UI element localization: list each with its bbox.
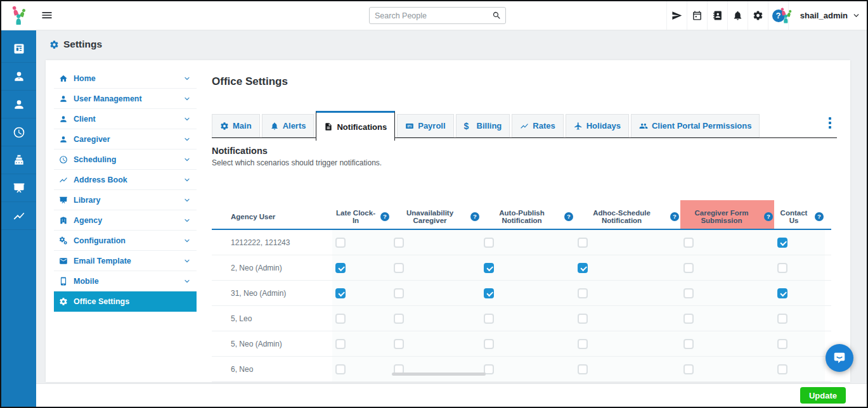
sidebar-board-button[interactable] — [1, 174, 36, 202]
tab-client-portal-permissions[interactable]: Client Portal Permissions — [631, 114, 760, 137]
settings-nav-address-book[interactable]: Address Book — [54, 170, 197, 190]
settings-nav-client[interactable]: Client — [54, 109, 197, 129]
notification-checkbox[interactable] — [578, 339, 588, 349]
notification-checkbox[interactable] — [578, 238, 588, 248]
notification-checkbox[interactable] — [578, 263, 588, 273]
agency-user-cell: 2, Neo (Admin) — [212, 255, 332, 280]
notification-checkbox[interactable] — [578, 288, 588, 298]
checkbox-cell — [332, 306, 391, 331]
notification-checkbox[interactable] — [335, 263, 346, 273]
settings-nav-office-settings[interactable]: Office Settings — [54, 291, 197, 312]
gears-icon — [59, 236, 68, 245]
search-icon[interactable] — [488, 8, 505, 23]
settings-nav: HomeUser ManagementClientCaregiverSchedu… — [54, 68, 197, 312]
sidebar-news-button[interactable] — [1, 35, 36, 63]
checkbox-cell — [574, 230, 680, 255]
kebab-dot — [829, 117, 831, 120]
topbar-bell-button[interactable] — [727, 1, 748, 30]
bell-icon — [732, 10, 743, 21]
tab-holidays[interactable]: Holidays — [566, 114, 629, 137]
hamburger-menu-button[interactable] — [41, 9, 53, 22]
help-icon[interactable]: ? — [470, 212, 479, 221]
tab-notifications[interactable]: Notifications — [316, 111, 395, 141]
tab-main[interactable]: Main — [212, 114, 260, 137]
settings-nav-agency[interactable]: Agency — [54, 210, 197, 231]
notification-checkbox[interactable] — [683, 288, 694, 298]
app-logo[interactable] — [1, 1, 36, 30]
notification-checkbox[interactable] — [335, 339, 346, 349]
settings-nav-home[interactable]: Home — [54, 68, 197, 89]
tab-alerts[interactable]: Alerts — [262, 114, 314, 137]
chat-launcher-button[interactable] — [826, 344, 853, 372]
help-icon[interactable]: ? — [764, 212, 773, 221]
avatar — [777, 6, 796, 25]
notification-checkbox[interactable] — [683, 314, 694, 324]
notification-checkbox[interactable] — [777, 314, 787, 324]
notification-checkbox[interactable] — [777, 263, 787, 273]
notification-checkbox[interactable] — [484, 314, 494, 324]
column-header-agency-user: Agency User — [212, 205, 332, 229]
home-icon — [59, 74, 68, 83]
sidebar-person-button[interactable] — [1, 91, 36, 118]
notification-checkbox[interactable] — [335, 314, 346, 324]
scrollbar-thumb[interactable] — [392, 373, 486, 376]
checkbox-cell — [481, 281, 574, 305]
sidebar-person-tie-button[interactable] — [1, 63, 36, 91]
notification-checkbox[interactable] — [578, 314, 588, 324]
notification-checkbox[interactable] — [683, 263, 694, 273]
checkbox-cell — [680, 331, 774, 356]
help-icon[interactable]: ? — [564, 212, 573, 221]
topbar-calendar-button[interactable] — [687, 1, 707, 30]
notification-checkbox[interactable] — [484, 238, 494, 248]
sidebar-register-button[interactable] — [1, 146, 36, 174]
content-area: Settings HomeUser ManagementClientCaregi… — [36, 30, 867, 407]
checkbox-cell — [774, 357, 825, 381]
help-icon[interactable]: ? — [380, 212, 389, 221]
help-icon[interactable]: ? — [815, 212, 824, 221]
envelope-icon — [59, 257, 68, 265]
topbar-send-button[interactable] — [666, 1, 687, 30]
topbar-gear-button[interactable] — [748, 1, 768, 30]
notification-checkbox[interactable] — [335, 288, 346, 298]
sidebar-chart-button[interactable] — [1, 202, 36, 230]
notification-checkbox[interactable] — [394, 238, 404, 248]
notification-checkbox[interactable] — [484, 263, 494, 273]
search-input[interactable] — [370, 11, 488, 20]
sidebar-clock-button[interactable] — [1, 118, 36, 146]
person-icon — [59, 135, 68, 144]
chevron-glyph — [852, 11, 860, 20]
agency-user-cell: 6, Neo — [212, 357, 332, 381]
settings-nav-scheduling[interactable]: Scheduling — [54, 150, 197, 170]
notification-checkbox[interactable] — [683, 339, 694, 349]
notification-checkbox[interactable] — [394, 288, 404, 298]
notification-checkbox[interactable] — [777, 288, 787, 298]
settings-nav-email-template[interactable]: Email Template — [54, 251, 197, 271]
notification-checkbox[interactable] — [484, 288, 494, 298]
tab-rates[interactable]: Rates — [512, 114, 563, 137]
notification-checkbox[interactable] — [394, 263, 404, 273]
tab-billing[interactable]: $Billing — [456, 114, 510, 137]
tab-payroll[interactable]: Payroll — [397, 114, 453, 137]
update-button[interactable]: Update — [800, 387, 846, 404]
settings-nav-caregiver[interactable]: Caregiver — [54, 129, 197, 150]
settings-nav-mobile[interactable]: Mobile — [54, 271, 197, 291]
magnifier-icon — [492, 11, 502, 20]
settings-nav-configuration[interactable]: Configuration — [54, 231, 197, 251]
notification-checkbox[interactable] — [335, 238, 346, 248]
help-icon[interactable]: ? — [670, 212, 679, 221]
notification-checkbox[interactable] — [394, 339, 404, 349]
topbar-address-book-button[interactable] — [707, 1, 727, 30]
chevron-down-icon — [183, 257, 191, 265]
horizontal-scrollbar[interactable] — [212, 372, 831, 376]
user-menu[interactable]: shail_admin — [769, 1, 863, 30]
notification-checkbox[interactable] — [683, 238, 694, 248]
settings-nav-library[interactable]: Library — [54, 190, 197, 210]
notification-checkbox[interactable] — [777, 238, 787, 248]
checkbox-cell — [774, 331, 825, 356]
notification-checkbox[interactable] — [394, 314, 404, 324]
panel-title: Office Settings — [212, 75, 288, 88]
kebab-menu-button[interactable] — [827, 116, 832, 130]
notification-checkbox[interactable] — [777, 339, 787, 349]
settings-nav-user-management[interactable]: User Management — [54, 89, 197, 109]
notification-checkbox[interactable] — [484, 339, 494, 349]
